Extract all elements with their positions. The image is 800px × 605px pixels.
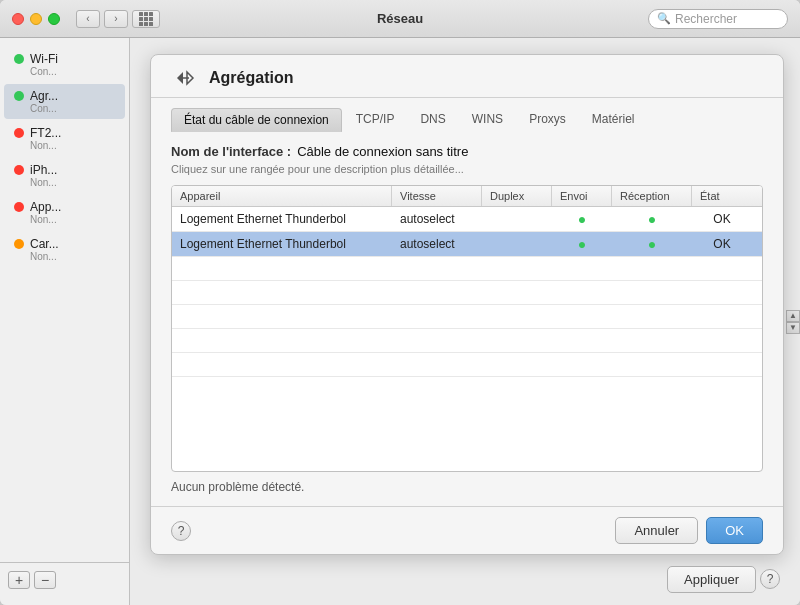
tab-wins[interactable]: WINS [460,108,515,132]
td-speed-0: autoselect [392,208,482,230]
sidebar-bottom: + − [0,562,129,597]
th-appareil: Appareil [172,186,392,206]
cancel-button[interactable]: Annuler [615,517,698,544]
empty-row [172,353,762,377]
sidebar-item-iphone[interactable]: iPh... Non... [4,158,125,193]
search-box[interactable]: 🔍 Rechercher [648,9,788,29]
apply-button[interactable]: Appliquer [667,566,756,593]
td-receive-0: ● [612,207,692,231]
dialog-body: Nom de l'interface : Câble de connexion … [151,132,783,506]
th-reception: Réception [612,186,692,206]
footer-buttons: Annuler OK [615,517,763,544]
status-dot-aggregation [14,91,24,101]
scroll-down[interactable]: ▼ [786,322,800,334]
scrollbar[interactable]: ▲ ▼ [786,310,800,334]
traffic-lights [12,13,60,25]
nav-buttons: ‹ › [76,10,128,28]
dialog-footer: ? Annuler OK [151,506,783,554]
td-device-0: Logement Ethernet Thunderbol [172,208,392,230]
empty-row [172,329,762,353]
table-body: Logement Ethernet Thunderbol autoselect … [172,207,762,377]
sidebar: Wi-Fi Con... Agr... Con... FT2... Non... [0,38,130,605]
sidebar-name-aggregation: Agr... [30,89,58,103]
interface-name-row: Nom de l'interface : Câble de connexion … [171,144,763,159]
status-dot-car [14,239,24,249]
status-dot-ft2 [14,128,24,138]
sidebar-item-car[interactable]: Car... Non... [4,232,125,267]
dialog-help-button[interactable]: ? [171,521,191,541]
sidebar-item-app[interactable]: App... Non... [4,195,125,230]
sidebar-sub-ft2: Non... [30,140,61,151]
td-status-1: OK [692,233,752,255]
scroll-up[interactable]: ▲ [786,310,800,322]
th-vitesse: Vitesse [392,186,482,206]
empty-row [172,305,762,329]
grid-icon [139,12,153,26]
tab-dns[interactable]: DNS [408,108,457,132]
add-interface-button[interactable]: + [8,571,30,589]
close-button[interactable] [12,13,24,25]
tab-tcpip[interactable]: TCP/IP [344,108,407,132]
td-send-1: ● [552,232,612,256]
tab-etat[interactable]: État du câble de connexion [171,108,342,132]
svg-marker-0 [177,72,183,84]
th-etat: État [692,186,752,206]
td-send-0: ● [552,207,612,231]
sidebar-item-aggregation[interactable]: Agr... Con... [4,84,125,119]
tab-materiel[interactable]: Matériel [580,108,647,132]
empty-row [172,257,762,281]
tab-proxys[interactable]: Proxys [517,108,578,132]
remove-interface-button[interactable]: − [34,571,56,589]
sidebar-name-car: Car... [30,237,59,251]
td-duplex-1 [482,240,552,248]
sidebar-sub-iphone: Non... [30,177,57,188]
maximize-button[interactable] [48,13,60,25]
th-duplex: Duplex [482,186,552,206]
td-status-0: OK [692,208,752,230]
interface-label: Nom de l'interface : [171,144,291,159]
dialog-title: Agrégation [209,69,293,87]
device-table: Appareil Vitesse Duplex Envoi Réception … [171,185,763,472]
forward-button[interactable]: › [104,10,128,28]
grid-button[interactable] [132,10,160,28]
main-window: ‹ › Réseau 🔍 Rechercher Wi-Fi Con... [0,0,800,605]
dialog-back-icon [171,69,199,87]
interface-value: Câble de connexion sans titre [297,144,468,159]
back-button[interactable]: ‹ [76,10,100,28]
empty-row [172,281,762,305]
sidebar-name-wifi: Wi-Fi [30,52,58,66]
sidebar-item-wifi[interactable]: Wi-Fi Con... [4,47,125,82]
window-title: Réseau [377,11,423,26]
th-envoi: Envoi [552,186,612,206]
table-row[interactable]: Logement Ethernet Thunderbol autoselect … [172,232,762,257]
status-dot-iphone [14,165,24,175]
td-receive-1: ● [612,232,692,256]
status-dot-app [14,202,24,212]
table-header: Appareil Vitesse Duplex Envoi Réception … [172,186,762,207]
main-panel: ▲ ▼ Agrégation [130,38,800,605]
dialog-header: Agrégation [151,55,783,98]
content-area: Wi-Fi Con... Agr... Con... FT2... Non... [0,38,800,605]
sidebar-sub-car: Non... [30,251,59,262]
td-speed-1: autoselect [392,233,482,255]
td-device-1: Logement Ethernet Thunderbol [172,233,392,255]
sidebar-name-app: App... [30,200,61,214]
sidebar-name-iphone: iPh... [30,163,57,177]
main-help-button[interactable]: ? [760,569,780,589]
hint-text: Cliquez sur une rangée pour une descript… [171,163,763,175]
ok-button[interactable]: OK [706,517,763,544]
status-dot-wifi [14,54,24,64]
sidebar-item-ft2[interactable]: FT2... Non... [4,121,125,156]
td-duplex-0 [482,215,552,223]
dialog: Agrégation État du câble de connexion TC… [150,54,784,555]
sidebar-name-ft2: FT2... [30,126,61,140]
search-placeholder: Rechercher [675,12,737,26]
table-row[interactable]: Logement Ethernet Thunderbol autoselect … [172,207,762,232]
minimize-button[interactable] [30,13,42,25]
sidebar-sub-aggregation: Con... [30,103,58,114]
sidebar-sub-wifi: Con... [30,66,58,77]
sidebar-sub-app: Non... [30,214,61,225]
titlebar: ‹ › Réseau 🔍 Rechercher [0,0,800,38]
tabs-row: État du câble de connexion TCP/IP DNS WI… [151,98,783,132]
status-message: Aucun problème détecté. [171,480,763,494]
